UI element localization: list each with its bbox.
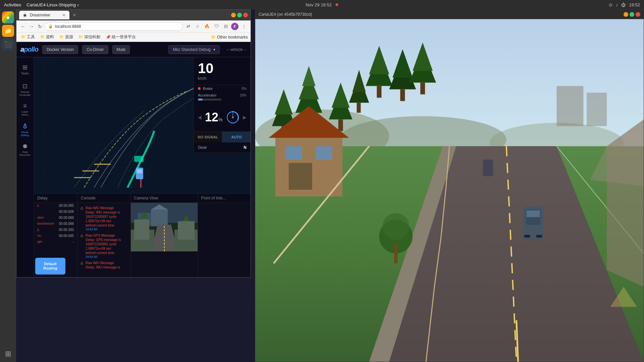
profile-avatar[interactable]: F bbox=[231, 23, 238, 30]
console-panel: Console ⚠ Raw IMU MessageDelay: IMU mess… bbox=[77, 194, 131, 277]
svg-rect-15 bbox=[151, 209, 168, 226]
sidebar-item-layer-menu[interactable]: ≡ LayerMenu bbox=[18, 100, 33, 119]
bookmark-data[interactable]: 📁 資料 bbox=[38, 34, 56, 41]
clock: 19:52 bbox=[629, 2, 640, 7]
new-tab-button[interactable]: + bbox=[73, 12, 76, 18]
svg-rect-2 bbox=[136, 168, 143, 179]
bookmark-shenzhen[interactable]: 📁 深信科創 bbox=[76, 34, 102, 41]
sidebar-item-module-controller[interactable]: ⊡ ModuleController bbox=[18, 80, 33, 99]
camera-view bbox=[131, 203, 198, 251]
reload-button[interactable]: ↻ bbox=[37, 22, 43, 31]
speed-display: 10 km/h bbox=[194, 57, 251, 85]
apollo-logo: apollo bbox=[20, 46, 38, 53]
carla-scene-svg bbox=[255, 19, 644, 362]
bookmark-icon[interactable]: ☆ bbox=[194, 22, 202, 31]
svg-point-12 bbox=[232, 111, 233, 112]
vehicle-selector[interactable]: Mkz Standard Debug ▾ bbox=[168, 45, 220, 54]
warning-icon-3: ⚠ bbox=[80, 261, 84, 269]
bookmark-resources[interactable]: 📁 資源 bbox=[57, 34, 75, 41]
console-text-2: Raw GPS MessageDelay: GPS message is1669… bbox=[86, 233, 121, 255]
warning-icon-1: ⚠ bbox=[80, 206, 84, 231]
accel-percent: 20% bbox=[240, 94, 247, 97]
console-content[interactable]: ⚠ Raw IMU MessageDelay: IMU message is16… bbox=[77, 203, 130, 277]
gear-row: Gear N bbox=[194, 142, 251, 153]
bottom-panels: Delay s 00:00.085 00:00.008 ation 00:00.… bbox=[34, 193, 251, 277]
delay-label-7: ight bbox=[37, 240, 42, 244]
map-view[interactable]: 10 km/h Brake 0% Accelerator bbox=[34, 57, 251, 193]
module-controller-icon: ⊡ bbox=[22, 82, 28, 90]
carla-maximize-button[interactable] bbox=[630, 12, 634, 17]
signal-display: NO SIGNAL AUTO Gear N bbox=[194, 132, 251, 153]
svg-rect-62 bbox=[289, 163, 312, 190]
share-icon[interactable]: ⇄ bbox=[184, 22, 192, 31]
console-message-body-3: Raw IMU MessageDelay: IMU message is bbox=[86, 261, 120, 269]
svg-rect-61 bbox=[316, 146, 332, 160]
bookmark-portal[interactable]: 📌 統一登录平台 bbox=[104, 34, 138, 41]
dock-chrome[interactable]: ● bbox=[2, 11, 14, 23]
delay-row-6: ion 00:00.095 bbox=[34, 233, 77, 239]
svg-rect-22 bbox=[178, 221, 195, 240]
svg-rect-72 bbox=[536, 235, 542, 238]
brake-indicator bbox=[198, 87, 201, 90]
dock-terminal[interactable]: ⬛ bbox=[2, 38, 14, 50]
delay-label-3: ation bbox=[37, 216, 44, 220]
accel-row: Accelerator 20% bbox=[194, 92, 251, 99]
tab-title: Dreamview bbox=[30, 13, 50, 17]
browser-tab[interactable]: ◉ Dreamview ✕ bbox=[19, 11, 69, 19]
browser-window: ◉ Dreamview ✕ + ← → ↻ 🔒 localhost:8888 ⇄… bbox=[16, 9, 251, 278]
bookmark-tools[interactable]: 📁 工具 bbox=[19, 34, 37, 41]
mute-button[interactable]: Mute bbox=[112, 45, 130, 54]
delay-row-4: tionObstacle 00:00.088 bbox=[34, 221, 77, 227]
carla-close-button[interactable] bbox=[636, 12, 640, 17]
sidebar-item-data-recorder[interactable]: ⏺ DataRecorder bbox=[18, 140, 33, 159]
auto-button[interactable]: AUTO bbox=[222, 132, 251, 142]
default-routing-button[interactable]: Default Routing bbox=[35, 258, 65, 275]
extensions-icon[interactable]: 🔥 bbox=[203, 22, 211, 31]
console-message-body-2: Raw GPS MessageDelay: GPS message is1669… bbox=[86, 233, 121, 258]
system-bar: Activities CarlaUE4-Linux-Shipping ▾ Nov… bbox=[0, 0, 644, 9]
activities-button[interactable]: Activities bbox=[4, 2, 21, 7]
split-icon[interactable]: ⊟ bbox=[222, 22, 230, 31]
tab-close-button[interactable]: ✕ bbox=[62, 13, 65, 17]
toolbar-icons: ⇄ ☆ 🔥 🛡 ⊟ F ⋮ bbox=[184, 22, 248, 31]
power-icon: ⏻ bbox=[621, 2, 626, 7]
minimize-button[interactable] bbox=[231, 13, 236, 17]
other-bookmarks[interactable]: 📁 Other bookmarks bbox=[211, 35, 248, 40]
forward-button[interactable]: → bbox=[28, 22, 35, 31]
sidebar-route-label: RouteEditing bbox=[21, 131, 29, 137]
system-datetime: Nov 29 19:52 bbox=[306, 2, 331, 7]
accel-label: Accelerator bbox=[198, 93, 217, 97]
address-bar[interactable]: 🔒 localhost:8888 bbox=[45, 22, 183, 31]
delay-row-3: ation 00:00.088 bbox=[34, 215, 77, 221]
ubuntu-dock: ● 📁 ⬛ ⊞ bbox=[0, 9, 16, 362]
folder-icon: 📁 bbox=[59, 35, 64, 39]
svg-point-66 bbox=[382, 213, 409, 240]
accel-bar-container bbox=[198, 99, 221, 101]
close-button[interactable] bbox=[243, 13, 248, 17]
browser-titlebar: ◉ Dreamview ✕ + bbox=[16, 10, 251, 20]
gear-value: N bbox=[244, 145, 247, 150]
svg-rect-53 bbox=[420, 83, 425, 95]
vehicle-placeholder: -- vehicle -- bbox=[226, 47, 247, 52]
carla-titlebar: CarlaUE4 (on 4545b79730cd) bbox=[255, 10, 644, 19]
sidebar-item-route-editing[interactable]: ⛢ RouteEditing bbox=[18, 120, 33, 139]
dock-apps[interactable]: ⊞ bbox=[2, 348, 14, 360]
heading-display: ◀ 12% bbox=[194, 103, 251, 132]
co-driver-button[interactable]: Co-Driver bbox=[82, 45, 108, 54]
heading-left-arrow: ◀ bbox=[198, 115, 202, 120]
shield-icon[interactable]: 🛡 bbox=[212, 22, 220, 31]
folder-icon: 📁 bbox=[40, 35, 45, 39]
camera-scene-svg bbox=[131, 203, 198, 251]
carla-minimize-button[interactable] bbox=[624, 12, 628, 17]
maximize-button[interactable] bbox=[237, 13, 242, 17]
back-button[interactable]: ← bbox=[19, 22, 26, 31]
no-signal-button[interactable]: NO SIGNAL bbox=[194, 132, 222, 142]
menu-icon[interactable]: ⋮ bbox=[240, 22, 248, 31]
docker-version-button[interactable]: Docker Version bbox=[42, 45, 78, 54]
tasks-icon: ⊞ bbox=[22, 64, 28, 71]
dropdown-icon: ▾ bbox=[213, 47, 215, 52]
console-timestamp-1: 19:52:50 bbox=[86, 228, 120, 231]
dock-files[interactable]: 📁 bbox=[2, 25, 14, 37]
console-message-2: ⚠ Raw GPS MessageDelay: GPS message is16… bbox=[80, 232, 128, 260]
sidebar-item-tasks[interactable]: ⊞ Tasks bbox=[18, 60, 33, 79]
